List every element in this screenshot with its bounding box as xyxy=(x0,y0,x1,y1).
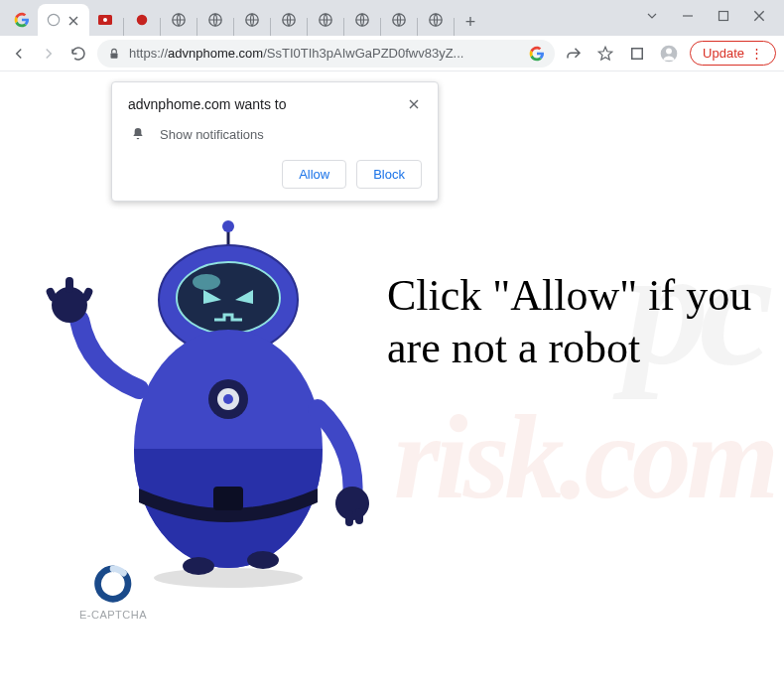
record-red-icon xyxy=(97,12,113,28)
tab-separator xyxy=(343,18,344,36)
tab-google[interactable] xyxy=(6,4,38,36)
svg-point-25 xyxy=(193,274,220,290)
svg-rect-14 xyxy=(111,53,118,58)
back-icon[interactable] xyxy=(8,43,30,65)
tab-globe[interactable] xyxy=(199,4,231,36)
globe-icon xyxy=(428,12,444,28)
notification-permission-text: Show notifications xyxy=(160,127,264,142)
svg-point-18 xyxy=(154,568,303,588)
tab-close-icon[interactable] xyxy=(67,13,81,27)
globe-icon xyxy=(171,12,187,28)
svg-rect-15 xyxy=(632,48,643,59)
globe-icon xyxy=(281,12,297,28)
svg-point-20 xyxy=(222,220,234,232)
ecaptcha-badge: E-CAPTCHA xyxy=(79,565,147,621)
block-button[interactable]: Block xyxy=(356,160,422,189)
tab-globe[interactable] xyxy=(273,4,305,36)
tab-record-red[interactable] xyxy=(89,4,121,36)
tab-separator xyxy=(417,18,418,36)
globe-icon xyxy=(207,12,223,28)
url-scheme: https:// xyxy=(129,46,168,61)
update-label: Update xyxy=(703,46,744,61)
record-dark-icon xyxy=(134,12,150,28)
tab-globe[interactable] xyxy=(163,4,195,36)
globe-icon xyxy=(354,12,370,28)
profile-icon[interactable] xyxy=(658,43,680,65)
address-bar[interactable]: https:// advnphome.com /SsTI0TIh3pAIwGaP… xyxy=(97,40,555,68)
notification-origin: advnphome.com wants to xyxy=(128,96,287,112)
svg-rect-32 xyxy=(65,277,73,293)
forward-icon[interactable] xyxy=(38,43,60,65)
url-host: advnphome.com xyxy=(168,46,263,61)
tab-globe[interactable] xyxy=(383,4,415,36)
tab-separator xyxy=(454,18,455,36)
globe-icon xyxy=(391,12,407,28)
tab-globe[interactable] xyxy=(236,4,268,36)
tab-separator xyxy=(196,18,197,36)
tab-globe[interactable] xyxy=(310,4,341,36)
tab-separator xyxy=(380,18,381,36)
globe-icon xyxy=(244,12,260,28)
url-text: https:// advnphome.com /SsTI0TIh3pAIwGaP… xyxy=(129,46,463,61)
url-path: /SsTI0TIh3pAIwGaPZD0fwv83yZ... xyxy=(263,46,463,61)
tab-separator xyxy=(233,18,234,36)
tab-globe[interactable] xyxy=(420,4,452,36)
svg-rect-36 xyxy=(345,510,353,526)
ecaptcha-label: E-CAPTCHA xyxy=(79,609,147,621)
svg-point-39 xyxy=(247,551,279,569)
tab-active[interactable] xyxy=(38,4,89,36)
share-icon[interactable] xyxy=(563,43,585,65)
spinner-icon xyxy=(94,565,132,603)
page-content: pc risk.com advnphome.com wants to Show … xyxy=(0,71,784,700)
allow-button[interactable]: Allow xyxy=(282,160,346,189)
window-close-icon[interactable] xyxy=(752,9,766,23)
window-minimize-icon[interactable] xyxy=(681,9,695,23)
notification-permission-dialog: advnphome.com wants to Show notification… xyxy=(111,81,439,202)
svg-rect-1 xyxy=(719,12,728,21)
google-search-icon[interactable] xyxy=(529,46,545,62)
svg-point-17 xyxy=(666,48,672,54)
tab-record-dark[interactable] xyxy=(126,4,158,36)
svg-point-2 xyxy=(48,14,59,25)
svg-point-5 xyxy=(137,15,148,26)
extensions-icon[interactable] xyxy=(626,43,648,65)
page-headline: Click "Allow" if you are not a robot xyxy=(387,270,764,375)
toolbar: https:// advnphome.com /SsTI0TIh3pAIwGaP… xyxy=(0,36,784,71)
bell-icon xyxy=(130,126,146,142)
menu-dots-icon: ⋮ xyxy=(750,51,763,56)
new-tab-button[interactable]: + xyxy=(457,8,484,36)
svg-point-29 xyxy=(223,394,233,404)
svg-point-38 xyxy=(183,557,214,575)
tab-separator xyxy=(123,18,124,36)
svg-point-4 xyxy=(103,18,107,22)
bookmark-star-icon[interactable] xyxy=(594,43,616,65)
window-maximize-icon[interactable] xyxy=(717,9,730,23)
globe-icon xyxy=(318,12,333,28)
update-button[interactable]: Update ⋮ xyxy=(690,41,776,66)
page-favicon xyxy=(46,12,62,28)
robot-illustration xyxy=(40,191,377,588)
tab-separator xyxy=(160,18,161,36)
watermark-text: risk.com xyxy=(394,389,774,526)
tab-separator xyxy=(307,18,308,36)
lock-icon xyxy=(107,47,121,61)
google-icon xyxy=(14,12,30,28)
svg-rect-30 xyxy=(213,487,243,510)
reload-icon[interactable] xyxy=(67,43,89,65)
close-icon[interactable] xyxy=(408,96,422,110)
window-dropdown-icon[interactable] xyxy=(645,9,659,23)
tab-globe[interactable] xyxy=(346,4,378,36)
svg-rect-37 xyxy=(355,508,363,524)
tab-separator xyxy=(270,18,271,36)
